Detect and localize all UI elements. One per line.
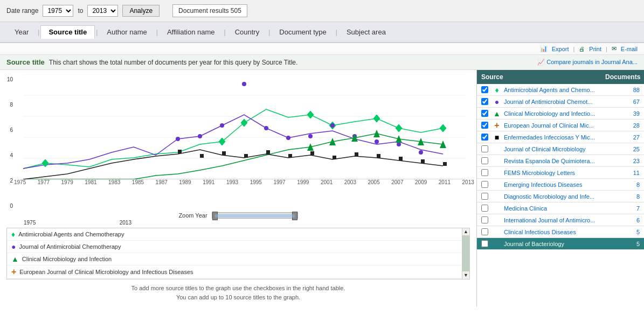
tab-year[interactable]: Year [6,25,37,39]
svg-marker-9 [307,111,314,118]
row-source-link-6[interactable]: Revista Espanola De Quimiotera... [504,158,595,164]
row-source-link-9[interactable]: Diagnostic Microbiology and Infe... [504,193,594,200]
row-source-link-1[interactable]: Journal of Antimicrobial Chemot... [504,99,592,105]
table-row: Journal of Bacteriology5 [477,238,644,250]
row-source-link-0[interactable]: Antimicrobial Agents and Chemo... [504,87,595,93]
svg-marker-6 [42,159,49,167]
legend-box: ♦ Antimicrobial Agents and Chemotherapy … [6,228,470,279]
row-source-0: Antimicrobial Agents and Chemo... [502,85,617,95]
row-checkbox-9[interactable] [481,193,488,200]
row-checkbox-1[interactable] [481,98,488,105]
row-checkbox-6[interactable] [481,157,488,164]
svg-point-16 [220,123,224,128]
row-checkbox-8[interactable] [481,181,488,188]
tab-author-name[interactable]: Author name [99,25,155,39]
row-source-link-2[interactable]: Clinical Microbiology and Infectio... [504,110,595,117]
toolbar-row: 📊 Export | 🖨 Print | ✉ E-mail [0,43,644,55]
table-row: ♦Antimicrobial Agents and Chemo...88 [477,84,644,96]
export-button[interactable]: Export [552,46,569,52]
table-row: ●Journal of Antimicrobial Chemot...67 [477,96,644,108]
svg-rect-45 [443,162,447,166]
row-icon-4: ■ [492,133,502,142]
table-row: ■Enfermedades Infecciosas Y Mic...27 [477,131,644,143]
svg-rect-44 [421,159,425,163]
svg-point-24 [397,142,401,146]
tab-affiliation-name[interactable]: Affiliation name [159,25,223,39]
row-checkbox-3[interactable] [481,122,488,129]
row-source-link-4[interactable]: Enfermedades Infecciosas Y Mic... [504,134,595,141]
row-checkbox-13[interactable] [481,240,488,247]
svg-marker-8 [241,119,247,127]
hint-text: To add more source titles to the graph u… [2,282,474,305]
row-checkbox-12[interactable] [481,228,488,235]
zoom-slider[interactable] [212,212,298,219]
table-row: +European Journal of Clinical Mic...28 [477,120,644,131]
compare-link[interactable]: 📈 Compare journals in Journal Ana... [537,59,638,66]
svg-rect-38 [288,154,292,158]
row-checkbox-4[interactable] [481,134,488,141]
row-source-link-12[interactable]: Clinical Infectious Diseases [504,229,576,235]
row-checkbox-10[interactable] [481,205,488,212]
row-icon-3: + [492,121,502,130]
row-source-link-7[interactable]: FEMS Microbiology Letters [504,170,575,176]
chart-icon: 📈 [537,59,545,65]
row-docs-3: 28 [617,120,644,131]
zoom-label: Zoom Year [178,212,207,219]
legend-item-3: + European Journal of Clinical Microbiol… [7,265,469,279]
tab-source-title[interactable]: Source title [40,25,95,39]
legend-label-0: Antimicrobial Agents and Chemotherapy [18,231,124,237]
row-source-link-13[interactable]: Journal of Bacteriology [504,241,564,247]
from-year-select[interactable]: 1975 1980 1990 2000 [43,5,73,17]
row-source-4: Enfermedades Infecciosas Y Mic... [502,132,617,143]
doc-results: Document results 505 [172,4,247,17]
svg-rect-43 [399,157,403,160]
row-source-link-8[interactable]: Emerging Infectious Diseases [504,181,583,188]
svg-point-20 [308,134,313,138]
row-source-link-10[interactable]: Medicina Clinica [504,205,547,212]
row-source-5: Journal of Clinical Microbiology [502,144,617,155]
svg-rect-36 [244,154,248,158]
legend-item-1: ● Journal of Antimicrobial Chemotherapy [7,241,469,253]
zoom-dates: 1975 2013 [24,220,131,226]
x-axis: 1975 1977 1979 1981 1983 1985 1987 1989 … [14,179,474,185]
table-row: Medicina Clinica7 [477,202,644,214]
row-source-link-11[interactable]: International Journal of Antimicro... [504,217,595,223]
line-chart [14,74,474,179]
row-source-11: International Journal of Antimicro... [502,215,617,226]
print-button[interactable]: Print [589,46,601,52]
row-checkbox-7[interactable] [481,169,488,176]
tab-country[interactable]: Country [227,25,268,39]
legend-label-2: Clinical Microbiology and Infection [22,256,112,262]
to-year-select[interactable]: 2013 2010 2005 [87,5,118,17]
mail-button[interactable]: E-mail [621,46,638,52]
tab-subject-area[interactable]: Subject area [338,25,394,39]
legend-icon-3: + [11,267,16,277]
legend-label-1: Journal of Antimicrobial Chemotherapy [19,243,121,250]
right-table: ♦Antimicrobial Agents and Chemo...88●Jou… [477,84,644,307]
right-panel: Source Documents ♦Antimicrobial Agents a… [477,70,644,307]
tab-document-type[interactable]: Document type [271,25,334,39]
zoom-start: 1975 [24,220,36,226]
row-source-6: Revista Espanola De Quimiotera... [502,156,617,166]
zoom-end: 2013 [120,220,131,226]
row-checkbox-5[interactable] [481,145,488,152]
legend-item-2: ▲ Clinical Microbiology and Infection [7,253,469,265]
table-row: FEMS Microbiology Letters11 [477,167,644,179]
to-label: to [78,7,83,15]
table-row: Revista Espanola De Quimiotera...23 [477,155,644,167]
row-checkbox-11[interactable] [481,216,488,223]
row-checkbox-2[interactable] [481,110,488,117]
row-docs-1: 67 [617,96,644,107]
svg-rect-34 [200,154,204,158]
row-source-link-5[interactable]: Journal of Clinical Microbiology [504,146,586,152]
row-source-link-3[interactable]: European Journal of Clinical Mic... [504,122,594,129]
row-icon-2: ▲ [492,109,502,118]
analyze-button[interactable]: Analyze [122,5,160,17]
row-source-13: Journal of Bacteriology [502,239,617,249]
svg-point-15 [198,134,202,138]
legend-scroll-up[interactable]: ▲ [462,228,469,236]
export-icon: 📊 [540,45,548,52]
row-checkbox-0[interactable] [481,86,488,93]
table-row: International Journal of Antimicro...6 [477,214,644,226]
legend-scroll-down[interactable]: ▼ [462,271,469,279]
